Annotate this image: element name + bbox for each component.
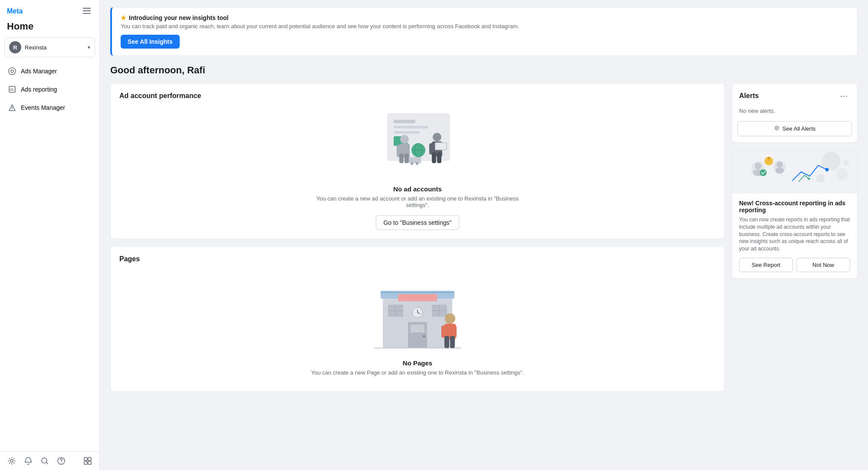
ad-account-performance-card: Ad account performance (110, 83, 725, 239)
svg-point-67 (776, 127, 778, 129)
go-to-business-settings-button[interactable]: Go to "Business settings" (376, 215, 459, 230)
svg-rect-41 (437, 152, 441, 163)
alerts-more-button[interactable]: ⋯ (837, 90, 850, 102)
svg-point-9 (12, 109, 13, 110)
svg-point-55 (423, 335, 425, 338)
svg-point-74 (755, 162, 762, 169)
svg-point-10 (10, 460, 13, 462)
no-pages-title: No Pages (403, 359, 432, 367)
meta-logo: Meta (7, 7, 33, 15)
svg-rect-16 (88, 457, 91, 460)
account-selector[interactable]: R Rexinsta ▾ (4, 37, 95, 57)
sidebar-item-label: Ads Manager (21, 68, 57, 75)
cross-account-card: New! Cross-account reporting in ads repo… (732, 150, 858, 279)
svg-point-61 (445, 313, 455, 324)
main-content: ★ Introducing your new insights tool You… (100, 0, 868, 470)
alerts-title: Alerts (739, 92, 759, 100)
svg-rect-34 (399, 154, 404, 163)
settings-icon[interactable] (7, 456, 16, 466)
cross-account-illustration (732, 150, 857, 194)
see-report-button[interactable]: See Report (739, 258, 793, 272)
account-name: Rexinsta (25, 44, 84, 51)
svg-point-2 (11, 70, 13, 72)
no-alerts-text: No new alerts. (732, 105, 857, 121)
sidebar-item-label: Ads reporting (21, 86, 57, 93)
cross-account-desc: You can now create reports in ads report… (739, 216, 850, 253)
svg-rect-20 (394, 120, 415, 123)
ad-account-performance-body: No ad accounts You can create a new ad a… (111, 107, 724, 239)
svg-line-12 (46, 463, 48, 464)
hamburger-button[interactable] (81, 6, 92, 16)
svg-rect-35 (404, 154, 409, 163)
svg-point-72 (825, 168, 829, 171)
no-ad-accounts-desc: You can create a new ad account or add a… (309, 195, 526, 208)
svg-rect-15 (84, 457, 87, 460)
pages-card: Pages (110, 246, 725, 392)
sidebar-item-ads-reporting[interactable]: Ads reporting (3, 81, 96, 98)
svg-rect-27 (409, 157, 421, 163)
hamburger-line (83, 8, 91, 9)
see-all-alerts-button[interactable]: See All Alerts (737, 121, 852, 136)
svg-point-76 (760, 169, 767, 176)
svg-rect-17 (84, 461, 87, 464)
insights-banner-content: ★ Introducing your new insights tool You… (121, 14, 848, 49)
svg-rect-65 (444, 336, 449, 348)
svg-point-71 (816, 174, 825, 183)
events-manager-icon (8, 103, 16, 112)
cross-account-actions: See Report Not Now (739, 258, 850, 272)
right-panel: Alerts ⋯ No new alerts. See All Alerts (732, 83, 858, 279)
svg-rect-40 (432, 152, 436, 163)
content-layout: Ad account performance (110, 83, 858, 392)
sidebar-footer (0, 451, 99, 470)
svg-rect-63 (441, 325, 446, 338)
help-icon[interactable] (56, 456, 66, 466)
alerts-card-header: Alerts ⋯ (732, 83, 857, 105)
svg-rect-22 (394, 131, 420, 134)
svg-rect-28 (411, 162, 413, 165)
main-panels: Ad account performance (110, 83, 725, 392)
svg-point-82 (767, 157, 770, 159)
insights-banner-desc: You can track paid and organic reach, le… (121, 23, 848, 30)
svg-point-30 (400, 135, 409, 144)
insights-banner-title: ★ Introducing your new insights tool (121, 14, 848, 21)
not-now-button[interactable]: Not Now (796, 258, 850, 272)
avatar: R (9, 41, 21, 53)
svg-point-78 (776, 161, 783, 168)
search-icon[interactable] (40, 456, 49, 466)
pages-illustration (357, 270, 478, 352)
bell-icon[interactable] (23, 456, 33, 466)
alerts-card: Alerts ⋯ No new alerts. See All Alerts (732, 83, 858, 143)
sidebar: Meta Home R Rexinsta ▾ Ads Manager (0, 0, 100, 470)
svg-point-79 (775, 168, 784, 174)
greeting: Good afternoon, Rafi (110, 65, 858, 76)
hamburger-line (83, 13, 91, 14)
svg-text:Meta: Meta (7, 7, 23, 15)
sidebar-item-ads-manager[interactable]: Ads Manager (3, 62, 96, 80)
hamburger-line (83, 10, 91, 11)
ads-reporting-icon (8, 85, 16, 94)
no-pages-desc: You can create a new Page or add an exis… (311, 369, 524, 376)
ad-account-performance-title: Ad account performance (111, 83, 724, 107)
sidebar-item-events-manager[interactable]: Events Manager (3, 99, 96, 116)
no-ad-accounts-title: No ad accounts (393, 185, 442, 193)
grid-icon[interactable] (83, 456, 92, 466)
svg-rect-64 (452, 325, 457, 338)
ad-illustration (370, 107, 465, 178)
svg-point-14 (61, 463, 62, 463)
svg-rect-21 (394, 126, 428, 128)
star-icon: ★ (121, 14, 126, 21)
svg-rect-29 (416, 162, 418, 165)
svg-point-69 (822, 151, 841, 171)
cross-account-badge: New! Cross-account reporting in ads repo… (739, 200, 850, 214)
ads-manager-icon (8, 67, 16, 76)
svg-rect-18 (88, 461, 91, 464)
svg-rect-47 (398, 294, 437, 301)
svg-point-1 (9, 68, 16, 75)
home-title: Home (0, 19, 99, 37)
sidebar-nav: Ads Manager Ads reporting E (0, 62, 99, 116)
svg-rect-43 (436, 143, 446, 149)
sidebar-item-label: Events Manager (21, 104, 65, 111)
pages-title: Pages (111, 247, 724, 270)
see-all-insights-button[interactable]: See All Insights (121, 35, 180, 49)
pages-body: No Pages You can create a new Page or ad… (111, 270, 724, 391)
